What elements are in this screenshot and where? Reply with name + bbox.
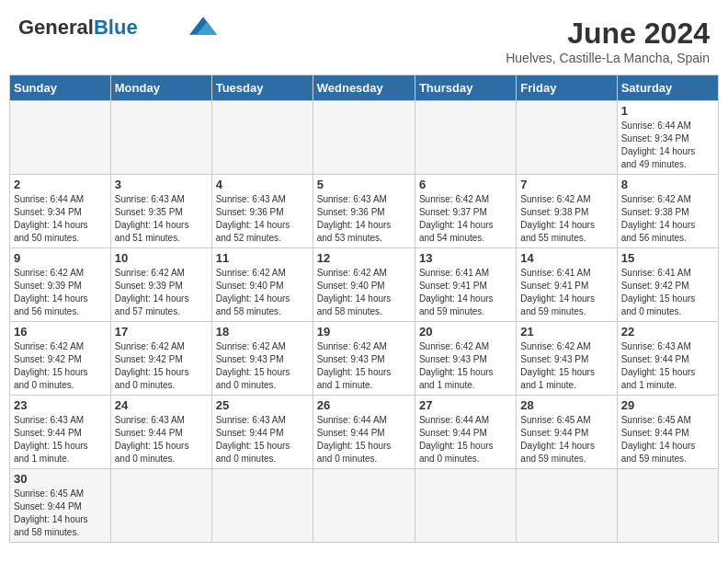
logo-general: General [18, 16, 94, 39]
day-info: Sunrise: 6:42 AMSunset: 9:43 PMDaylight:… [317, 341, 392, 390]
day-info: Sunrise: 6:42 AMSunset: 9:39 PMDaylight:… [115, 268, 189, 316]
day-cell: 16 Sunrise: 6:42 AMSunset: 9:42 PMDaylig… [10, 322, 111, 396]
calendar-row: 30 Sunrise: 6:45 AMSunset: 9:44 PMDaylig… [10, 469, 719, 543]
day-cell: 6 Sunrise: 6:42 AMSunset: 9:37 PMDayligh… [415, 175, 516, 248]
empty-cell [313, 101, 415, 175]
logo-icon [189, 17, 217, 35]
day-number: 21 [520, 325, 612, 339]
empty-cell [415, 469, 516, 543]
header-friday: Friday [517, 75, 617, 101]
day-info: Sunrise: 6:44 AMSunset: 9:44 PMDaylight:… [419, 415, 494, 464]
day-info: Sunrise: 6:43 AMSunset: 9:36 PMDaylight:… [317, 194, 392, 243]
empty-cell [211, 469, 313, 543]
calendar-row: 2 Sunrise: 6:44 AMSunset: 9:34 PMDayligh… [10, 175, 719, 248]
day-number: 22 [621, 325, 714, 339]
day-cell: 9 Sunrise: 6:42 AMSunset: 9:39 PMDayligh… [10, 248, 111, 322]
day-number: 26 [317, 398, 411, 412]
day-cell: 4 Sunrise: 6:43 AMSunset: 9:36 PMDayligh… [211, 175, 313, 248]
day-info: Sunrise: 6:41 AMSunset: 9:41 PMDaylight:… [520, 268, 595, 316]
day-number: 29 [621, 398, 714, 412]
day-info: Sunrise: 6:42 AMSunset: 9:43 PMDaylight:… [216, 341, 290, 390]
day-info: Sunrise: 6:44 AMSunset: 9:44 PMDaylight:… [317, 415, 392, 464]
title-area: June 2024 Huelves, Castille-La Mancha, S… [506, 17, 710, 65]
day-cell: 28 Sunrise: 6:45 AMSunset: 9:44 PMDaylig… [517, 396, 617, 469]
day-cell: 1 Sunrise: 6:44 AMSunset: 9:34 PMDayligh… [617, 101, 718, 175]
day-info: Sunrise: 6:45 AMSunset: 9:44 PMDaylight:… [520, 415, 595, 464]
day-info: Sunrise: 6:43 AMSunset: 9:44 PMDaylight:… [115, 415, 189, 464]
header-monday: Monday [110, 75, 211, 101]
day-cell: 25 Sunrise: 6:43 AMSunset: 9:44 PMDaylig… [211, 396, 313, 469]
day-info: Sunrise: 6:42 AMSunset: 9:42 PMDaylight:… [115, 341, 189, 390]
day-number: 27 [419, 398, 512, 412]
day-number: 30 [14, 472, 107, 486]
day-cell: 2 Sunrise: 6:44 AMSunset: 9:34 PMDayligh… [10, 175, 111, 248]
empty-cell [110, 101, 211, 175]
day-cell: 7 Sunrise: 6:42 AMSunset: 9:38 PMDayligh… [517, 175, 617, 248]
day-number: 18 [216, 325, 309, 339]
day-number: 28 [520, 398, 612, 412]
day-number: 2 [14, 178, 107, 191]
logo-area: GeneralBlue [18, 17, 217, 39]
day-number: 20 [419, 325, 512, 339]
day-cell: 3 Sunrise: 6:43 AMSunset: 9:35 PMDayligh… [110, 175, 211, 248]
day-cell: 20 Sunrise: 6:42 AMSunset: 9:43 PMDaylig… [415, 322, 516, 396]
header-sunday: Sunday [10, 75, 111, 101]
weekday-header-row: Sunday Monday Tuesday Wednesday Thursday… [10, 75, 719, 101]
location-subtitle: Huelves, Castille-La Mancha, Spain [506, 51, 710, 65]
day-cell: 23 Sunrise: 6:43 AMSunset: 9:44 PMDaylig… [10, 396, 111, 469]
day-cell: 15 Sunrise: 6:41 AMSunset: 9:42 PMDaylig… [617, 248, 718, 322]
day-number: 8 [621, 178, 714, 191]
day-info: Sunrise: 6:42 AMSunset: 9:42 PMDaylight:… [14, 341, 88, 390]
day-number: 4 [216, 178, 309, 191]
day-info: Sunrise: 6:42 AMSunset: 9:40 PMDaylight:… [317, 268, 392, 316]
day-info: Sunrise: 6:41 AMSunset: 9:41 PMDaylight:… [419, 268, 494, 316]
day-cell: 11 Sunrise: 6:42 AMSunset: 9:40 PMDaylig… [211, 248, 313, 322]
calendar-table: Sunday Monday Tuesday Wednesday Thursday… [9, 75, 719, 543]
day-info: Sunrise: 6:41 AMSunset: 9:42 PMDaylight:… [621, 268, 696, 316]
day-info: Sunrise: 6:43 AMSunset: 9:44 PMDaylight:… [621, 341, 696, 390]
day-info: Sunrise: 6:45 AMSunset: 9:44 PMDaylight:… [14, 488, 88, 537]
day-cell: 30 Sunrise: 6:45 AMSunset: 9:44 PMDaylig… [10, 469, 111, 543]
day-info: Sunrise: 6:42 AMSunset: 9:38 PMDaylight:… [621, 194, 696, 243]
day-number: 7 [520, 178, 612, 191]
header-saturday: Saturday [617, 75, 718, 101]
day-number: 3 [115, 178, 208, 191]
day-info: Sunrise: 6:43 AMSunset: 9:36 PMDaylight:… [216, 194, 290, 243]
calendar-row: 1 Sunrise: 6:44 AMSunset: 9:34 PMDayligh… [10, 101, 719, 175]
day-number: 13 [419, 251, 512, 265]
day-number: 6 [419, 178, 512, 191]
day-info: Sunrise: 6:42 AMSunset: 9:43 PMDaylight:… [520, 341, 595, 390]
day-number: 14 [520, 251, 612, 265]
calendar-row: 23 Sunrise: 6:43 AMSunset: 9:44 PMDaylig… [10, 396, 719, 469]
day-cell: 17 Sunrise: 6:42 AMSunset: 9:42 PMDaylig… [110, 322, 211, 396]
day-info: Sunrise: 6:42 AMSunset: 9:39 PMDaylight:… [14, 268, 88, 316]
header: GeneralBlue June 2024 Huelves, Castille-… [9, 9, 719, 69]
empty-cell [617, 469, 718, 543]
day-number: 24 [115, 398, 208, 412]
day-cell: 24 Sunrise: 6:43 AMSunset: 9:44 PMDaylig… [110, 396, 211, 469]
day-number: 11 [216, 251, 309, 265]
day-info: Sunrise: 6:45 AMSunset: 9:44 PMDaylight:… [621, 415, 696, 464]
day-info: Sunrise: 6:42 AMSunset: 9:38 PMDaylight:… [520, 194, 595, 243]
empty-cell [415, 101, 516, 175]
day-number: 23 [14, 398, 107, 412]
day-cell: 10 Sunrise: 6:42 AMSunset: 9:39 PMDaylig… [110, 248, 211, 322]
logo-blue: Blue [94, 16, 138, 39]
day-number: 25 [216, 398, 309, 412]
day-cell: 8 Sunrise: 6:42 AMSunset: 9:38 PMDayligh… [617, 175, 718, 248]
header-wednesday: Wednesday [313, 75, 415, 101]
day-info: Sunrise: 6:43 AMSunset: 9:44 PMDaylight:… [14, 415, 88, 464]
day-number: 19 [317, 325, 411, 339]
day-cell: 14 Sunrise: 6:41 AMSunset: 9:41 PMDaylig… [517, 248, 617, 322]
empty-cell [211, 101, 313, 175]
day-number: 10 [115, 251, 208, 265]
day-number: 16 [14, 325, 107, 339]
day-number: 5 [317, 178, 411, 191]
empty-cell [313, 469, 415, 543]
day-number: 15 [621, 251, 714, 265]
day-info: Sunrise: 6:42 AMSunset: 9:40 PMDaylight:… [216, 268, 290, 316]
month-title: June 2024 [506, 17, 710, 51]
day-cell: 18 Sunrise: 6:42 AMSunset: 9:43 PMDaylig… [211, 322, 313, 396]
day-number: 9 [14, 251, 107, 265]
logo-text: GeneralBlue [18, 17, 138, 39]
